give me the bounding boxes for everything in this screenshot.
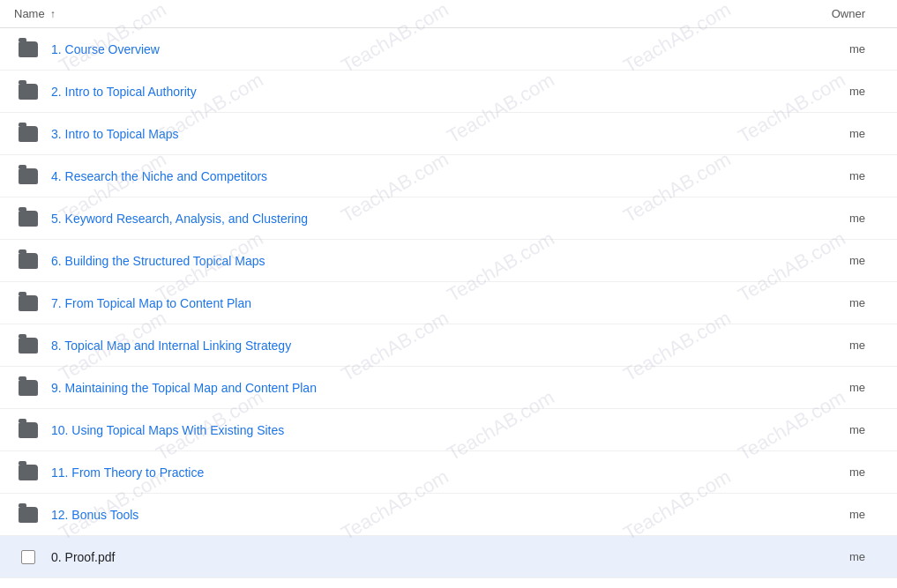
folder-icon xyxy=(19,211,38,227)
row-icon xyxy=(14,41,42,57)
row-owner: me xyxy=(812,339,883,352)
row-owner: me xyxy=(812,42,883,56)
row-name: 1. Course Overview xyxy=(42,42,812,56)
row-link[interactable]: 10. Using Topical Maps With Existing Sit… xyxy=(51,423,284,437)
folder-icon xyxy=(19,126,38,142)
row-filename: 0. Proof.pdf xyxy=(51,550,115,564)
row-link[interactable]: 3. Intro to Topical Maps xyxy=(51,127,178,141)
folder-icon xyxy=(19,465,38,480)
folder-icon xyxy=(19,295,38,311)
folder-icon xyxy=(19,41,38,57)
row-owner: me xyxy=(812,85,883,98)
row-icon xyxy=(14,338,42,354)
row-link[interactable]: 6. Building the Structured Topical Maps xyxy=(51,254,265,268)
row-name: 3. Intro to Topical Maps xyxy=(42,127,812,141)
folder-icon xyxy=(19,380,38,396)
row-link[interactable]: 4. Research the Niche and Competitors xyxy=(51,169,267,183)
row-link[interactable]: 8. Topical Map and Internal Linking Stra… xyxy=(51,339,291,353)
row-name: 4. Research the Niche and Competitors xyxy=(42,169,812,183)
row-owner: me xyxy=(812,465,883,479)
row-name: 12. Bonus Tools xyxy=(42,508,812,522)
table-row[interactable]: 2. Intro to Topical Authority me xyxy=(0,71,897,113)
row-name: 5. Keyword Research, Analysis, and Clust… xyxy=(42,212,812,226)
table-row[interactable]: 0. Proof.pdf me xyxy=(0,536,897,578)
row-icon xyxy=(14,465,42,480)
table-row[interactable]: 3. Intro to Topical Maps me xyxy=(0,113,897,155)
row-owner: me xyxy=(812,169,883,182)
row-name: 6. Building the Structured Topical Maps xyxy=(42,254,812,268)
folder-icon xyxy=(19,168,38,184)
row-owner: me xyxy=(812,127,883,140)
row-name: 0. Proof.pdf xyxy=(42,550,812,564)
table-row[interactable]: 1. Course Overview me xyxy=(0,28,897,71)
row-name: 7. From Topical Map to Content Plan xyxy=(42,296,812,310)
folder-icon xyxy=(19,84,38,100)
row-owner: me xyxy=(812,296,883,309)
row-owner: me xyxy=(812,508,883,521)
row-name: 9. Maintaining the Topical Map and Conte… xyxy=(42,381,812,395)
table-row[interactable]: 9. Maintaining the Topical Map and Conte… xyxy=(0,367,897,409)
table-row[interactable]: 8. Topical Map and Internal Linking Stra… xyxy=(0,324,897,367)
table-row[interactable]: 7. From Topical Map to Content Plan me xyxy=(0,282,897,324)
row-icon xyxy=(14,507,42,523)
sort-icon: ↑ xyxy=(50,8,56,20)
name-column-header[interactable]: Name ↑ xyxy=(14,7,812,20)
row-icon xyxy=(14,550,42,564)
row-icon xyxy=(14,380,42,396)
row-owner: me xyxy=(812,254,883,267)
row-link[interactable]: 5. Keyword Research, Analysis, and Clust… xyxy=(51,212,308,226)
row-icon xyxy=(14,126,42,142)
checkbox-icon[interactable] xyxy=(21,550,35,564)
table-row[interactable]: 6. Building the Structured Topical Maps … xyxy=(0,240,897,282)
owner-column-header: Owner xyxy=(812,7,883,20)
row-icon xyxy=(14,422,42,438)
row-link[interactable]: 12. Bonus Tools xyxy=(51,508,138,522)
row-owner: me xyxy=(812,423,883,436)
row-link[interactable]: 1. Course Overview xyxy=(51,42,160,56)
table-row[interactable]: 12. Bonus Tools me xyxy=(0,494,897,536)
row-name: 11. From Theory to Practice xyxy=(42,465,812,480)
table-row[interactable]: 10. Using Topical Maps With Existing Sit… xyxy=(0,409,897,451)
folder-icon xyxy=(19,253,38,269)
folder-icon xyxy=(19,507,38,523)
folder-icon xyxy=(19,422,38,438)
row-icon xyxy=(14,211,42,227)
row-link[interactable]: 7. From Topical Map to Content Plan xyxy=(51,296,251,310)
name-label: Name xyxy=(14,7,45,20)
row-link[interactable]: 9. Maintaining the Topical Map and Conte… xyxy=(51,381,317,395)
row-icon xyxy=(14,253,42,269)
row-icon xyxy=(14,295,42,311)
row-name: 8. Topical Map and Internal Linking Stra… xyxy=(42,339,812,353)
table-row[interactable]: 5. Keyword Research, Analysis, and Clust… xyxy=(0,197,897,240)
row-link[interactable]: 11. From Theory to Practice xyxy=(51,465,204,480)
folder-icon xyxy=(19,338,38,354)
row-icon xyxy=(14,168,42,184)
table-body: 1. Course Overview me 2. Intro to Topica… xyxy=(0,28,897,578)
row-owner: me xyxy=(812,212,883,225)
table-header: Name ↑ Owner xyxy=(0,0,897,28)
row-owner: me xyxy=(812,381,883,394)
row-icon xyxy=(14,84,42,100)
table-row[interactable]: 11. From Theory to Practice me xyxy=(0,451,897,494)
file-table: Name ↑ Owner 1. Course Overview me 2. In… xyxy=(0,0,897,578)
row-name: 2. Intro to Topical Authority xyxy=(42,85,812,99)
row-name: 10. Using Topical Maps With Existing Sit… xyxy=(42,423,812,437)
row-link[interactable]: 2. Intro to Topical Authority xyxy=(51,85,197,99)
table-row[interactable]: 4. Research the Niche and Competitors me xyxy=(0,155,897,197)
row-owner: me xyxy=(812,550,883,563)
